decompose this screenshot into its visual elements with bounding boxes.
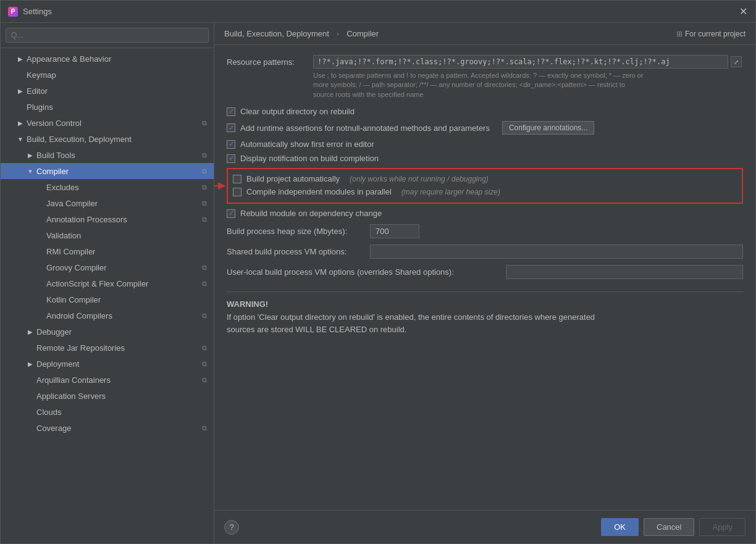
search-input[interactable]	[6, 28, 209, 43]
expand-button[interactable]: ⤢	[731, 56, 742, 67]
arrow-icon	[25, 375, 35, 385]
copy-icon: ⧉	[200, 183, 209, 191]
arrow-icon	[15, 118, 25, 128]
warning-section: WARNING! If option 'Clear output directo…	[227, 291, 743, 343]
sidebar-item-debugger[interactable]: Debugger	[1, 324, 214, 340]
sidebar-item-label: Build, Execution, Deployment	[27, 135, 132, 144]
user-local-input[interactable]	[506, 265, 743, 279]
sidebar-item-label: Keymap	[27, 70, 56, 80]
display-notification-checkbox[interactable]	[227, 154, 235, 163]
show-first-error-label: Automatically show first error in editor	[240, 140, 374, 149]
shared-vm-row: Shared build process VM options:	[227, 245, 743, 259]
copy-icon: ⧉	[200, 311, 209, 320]
right-panel: Build, Execution, Deployment › Compiler …	[214, 23, 755, 543]
display-notification-label: Display notification on build completion	[240, 154, 379, 163]
clear-output-row: Clear output directory on rebuild	[227, 107, 743, 116]
heap-size-input[interactable]	[370, 224, 419, 238]
heap-size-label: Build process heap size (Mbytes):	[227, 227, 363, 236]
sidebar-item-rmi-compiler[interactable]: RMI Compiler	[1, 243, 214, 259]
arrow-icon	[35, 198, 45, 208]
display-notification-row: Display notification on build completion	[227, 154, 743, 163]
sidebar-item-android-compilers[interactable]: Android Compilers ⧉	[1, 308, 214, 324]
breadcrumb-separator: ›	[337, 29, 339, 38]
dialog-title: Settings	[23, 7, 52, 16]
sidebar-item-label: Kotlin Compiler	[46, 295, 101, 304]
project-label: For current project	[685, 30, 746, 38]
sidebar-item-validation[interactable]: Validation	[1, 227, 214, 243]
sidebar-item-appearance[interactable]: Appearance & Behavior	[1, 51, 214, 67]
title-bar-left: P Settings	[8, 7, 52, 17]
sidebar-item-version-control[interactable]: Version Control ⧉	[1, 115, 214, 131]
arrow-icon	[35, 295, 45, 304]
sidebar-item-plugins[interactable]: Plugins	[1, 99, 214, 115]
help-button[interactable]: ?	[224, 520, 239, 535]
sidebar-item-label: Android Compilers	[46, 311, 112, 320]
sidebar-item-app-servers[interactable]: Application Servers	[1, 388, 214, 404]
ok-button[interactable]: OK	[601, 518, 639, 536]
add-runtime-label: Add runtime assertions for notnull-annot…	[240, 123, 490, 133]
sidebar-item-arquillian[interactable]: Arquillian Containers ⧉	[1, 372, 214, 388]
resource-patterns-input[interactable]	[313, 55, 728, 69]
shared-vm-value	[370, 245, 743, 259]
sidebar-tree: Appearance & Behavior Keymap Editor Plug…	[1, 48, 214, 543]
copy-icon: ⧉	[200, 359, 209, 368]
sidebar-item-label: Groovy Compiler	[46, 263, 107, 272]
sidebar-item-annotation-processors[interactable]: Annotation Processors ⧉	[1, 211, 214, 227]
build-auto-note: (only works while not running / debuggin…	[350, 175, 489, 183]
sidebar-item-label: Java Compiler	[46, 199, 98, 208]
show-first-error-row: Automatically show first error in editor	[227, 140, 743, 149]
show-first-error-checkbox[interactable]	[227, 140, 235, 149]
shared-vm-input[interactable]	[370, 245, 743, 259]
project-icon: ⊞	[676, 30, 682, 38]
clear-output-checkbox[interactable]	[227, 107, 235, 116]
sidebar-item-deployment[interactable]: Deployment ⧉	[1, 356, 214, 372]
user-local-row: User-local build process VM options (ove…	[227, 265, 743, 279]
apply-button[interactable]: Apply	[699, 518, 746, 536]
configure-annotations-button[interactable]: Configure annotations...	[502, 121, 594, 135]
sidebar-item-compiler[interactable]: Compiler ⧉	[1, 163, 214, 179]
sidebar-item-build-execution[interactable]: Build, Execution, Deployment	[1, 131, 214, 147]
sidebar-item-build-tools[interactable]: Build Tools ⧉	[1, 147, 214, 163]
arrow-icon	[25, 166, 35, 176]
copy-icon: ⧉	[200, 263, 209, 272]
copy-icon: ⧉	[200, 151, 209, 159]
sidebar-item-coverage[interactable]: Coverage ⧉	[1, 420, 214, 436]
add-runtime-checkbox[interactable]	[227, 123, 235, 132]
compile-parallel-checkbox[interactable]	[233, 188, 242, 196]
arrow-icon	[35, 214, 45, 224]
sidebar-item-label: Plugins	[27, 103, 53, 112]
breadcrumb-current: Compiler	[346, 29, 379, 38]
arrow-icon	[25, 343, 35, 353]
build-auto-checkbox[interactable]	[233, 175, 242, 183]
breadcrumb-parent: Build, Execution, Deployment	[224, 29, 329, 38]
copy-icon: ⧉	[200, 199, 209, 207]
sidebar-item-label: Application Servers	[36, 391, 106, 401]
title-bar: P Settings ✕	[1, 1, 755, 23]
sidebar-item-groovy-compiler[interactable]: Groovy Compiler ⧉	[1, 259, 214, 275]
sidebar-item-kotlin-compiler[interactable]: Kotlin Compiler	[1, 291, 214, 308]
copy-icon: ⧉	[200, 167, 209, 175]
rebuild-module-checkbox[interactable]	[227, 209, 235, 218]
settings-dialog: P Settings ✕ Appearance & Behavior Keyma…	[0, 0, 756, 544]
clear-output-label: Clear output directory on rebuild	[240, 107, 355, 116]
resource-input-wrapper: ⤢	[313, 55, 743, 69]
sidebar-item-remote-jar[interactable]: Remote Jar Repositories ⧉	[1, 340, 214, 356]
close-button[interactable]: ✕	[738, 7, 748, 17]
sidebar-item-label: ActionScript & Flex Compiler	[46, 279, 148, 288]
sidebar-item-clouds[interactable]: Clouds	[1, 404, 214, 420]
sidebar-item-editor[interactable]: Editor	[1, 83, 214, 99]
sidebar-item-actionscript-flex[interactable]: ActionScript & Flex Compiler ⧉	[1, 275, 214, 291]
arrow-icon	[35, 246, 45, 256]
sidebar-item-excludes[interactable]: Excludes ⧉	[1, 179, 214, 195]
arrow-icon	[35, 262, 45, 272]
resource-patterns-label: Resource patterns:	[227, 55, 313, 67]
sidebar-item-keymap[interactable]: Keymap	[1, 67, 214, 83]
sidebar-item-java-compiler[interactable]: Java Compiler ⧉	[1, 195, 214, 211]
panel-header: Build, Execution, Deployment › Compiler …	[214, 23, 755, 45]
sidebar: Appearance & Behavior Keymap Editor Plug…	[1, 23, 214, 543]
svg-marker-1	[218, 182, 225, 190]
arrow-icon	[35, 230, 45, 240]
cancel-button[interactable]: Cancel	[644, 518, 694, 536]
warning-text: If option 'Clear output directory on reb…	[227, 311, 743, 335]
sidebar-item-label: Debugger	[36, 327, 72, 337]
